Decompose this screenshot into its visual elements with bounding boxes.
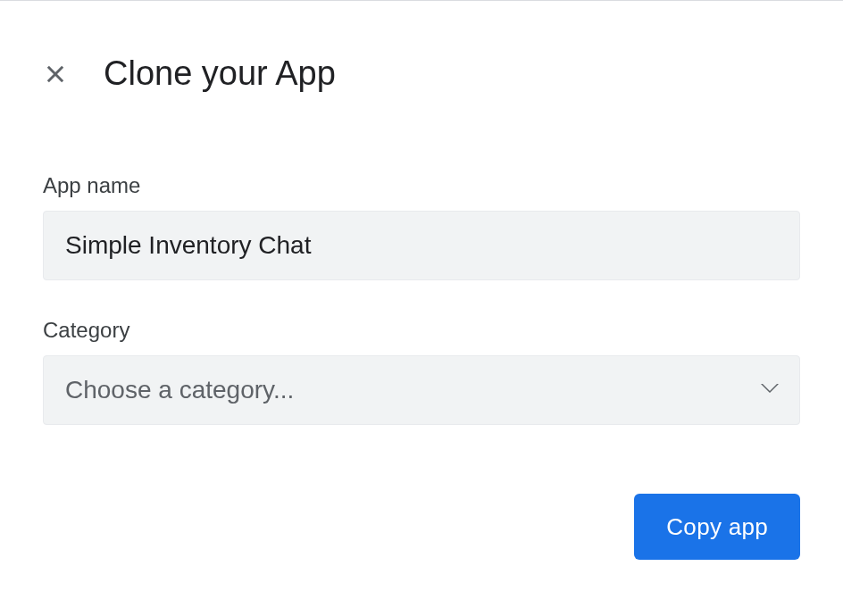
- app-name-label: App name: [43, 173, 800, 198]
- app-name-input[interactable]: [43, 211, 800, 280]
- category-select-wrapper: Choose a category...: [43, 355, 800, 425]
- category-placeholder: Choose a category...: [65, 376, 294, 404]
- clone-form: App name Category Choose a category...: [0, 93, 843, 425]
- category-select[interactable]: Choose a category...: [43, 355, 800, 425]
- close-icon[interactable]: [43, 62, 68, 87]
- dialog-title: Clone your App: [104, 54, 336, 93]
- copy-app-button[interactable]: Copy app: [634, 494, 800, 560]
- category-field-group: Category Choose a category...: [43, 318, 800, 425]
- clone-app-dialog: Clone your App App name Category Choose …: [0, 1, 843, 560]
- dialog-actions: Copy app: [0, 462, 843, 560]
- category-label: Category: [43, 318, 800, 343]
- app-name-field-group: App name: [43, 173, 800, 280]
- dialog-header: Clone your App: [0, 1, 843, 93]
